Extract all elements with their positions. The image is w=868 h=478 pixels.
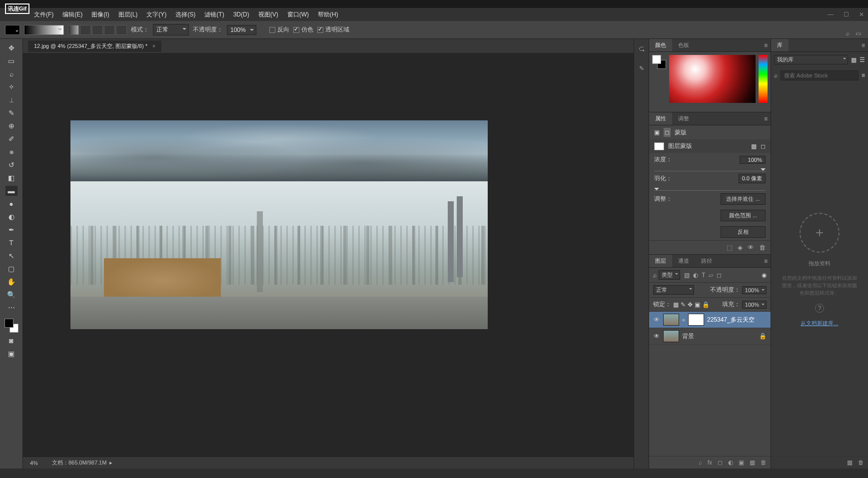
- menu-filter[interactable]: 滤镜(T): [200, 8, 228, 21]
- load-selection-icon[interactable]: ⬚: [727, 244, 733, 251]
- minimize-button[interactable]: —: [828, 11, 834, 18]
- library-select[interactable]: 我的库: [774, 55, 848, 64]
- lib-delete-icon[interactable]: 🗑: [858, 459, 864, 466]
- type-tool[interactable]: T: [5, 238, 17, 248]
- canvas[interactable]: [70, 120, 488, 329]
- search-menu-icon[interactable]: ≡: [862, 72, 865, 79]
- filter-adjust-icon[interactable]: ◐: [693, 272, 698, 279]
- layer-thumb[interactable]: [663, 330, 679, 342]
- shape-tool[interactable]: ▢: [5, 264, 17, 274]
- history-brush-tool[interactable]: ↺: [5, 160, 17, 170]
- reverse-check[interactable]: 反向: [269, 25, 289, 34]
- select-mask-icon[interactable]: ▦: [751, 143, 757, 150]
- menu-edit[interactable]: 编辑(E): [58, 8, 86, 21]
- hand-tool[interactable]: ✋: [5, 277, 17, 287]
- layer-row-sky[interactable]: 👁 ⎆ 225347_多云天空: [649, 312, 771, 328]
- dodge-tool[interactable]: ◐: [5, 212, 17, 222]
- path-select-tool[interactable]: ↖: [5, 251, 17, 261]
- visibility-icon[interactable]: 👁: [653, 316, 660, 323]
- mask-thumb[interactable]: [654, 142, 664, 150]
- lock-pos-icon[interactable]: ✥: [688, 301, 693, 308]
- layer-name[interactable]: 背景: [682, 332, 694, 341]
- apply-mask-icon[interactable]: ◈: [738, 244, 743, 251]
- marquee-tool[interactable]: ▭: [5, 56, 17, 66]
- menu-layer[interactable]: 图层(L): [114, 8, 142, 21]
- delete-layer-icon[interactable]: 🗑: [761, 459, 767, 466]
- lock-all-icon[interactable]: 🔒: [702, 301, 710, 308]
- density-slider[interactable]: [654, 166, 766, 171]
- drop-zone[interactable]: +: [800, 213, 840, 253]
- lock-trans-icon[interactable]: ▦: [673, 301, 679, 308]
- group-icon[interactable]: ▣: [739, 459, 744, 466]
- mode-dropdown[interactable]: 正常: [153, 24, 189, 35]
- lib-add-icon[interactable]: ▦: [847, 459, 853, 466]
- help-icon[interactable]: ?: [815, 304, 824, 313]
- blend-mode-dropdown[interactable]: 正常: [653, 285, 694, 295]
- menu-type[interactable]: 文字(Y): [142, 8, 170, 21]
- prop-menu-icon[interactable]: ≡: [764, 115, 768, 122]
- adjustment-layer-icon[interactable]: ◐: [728, 459, 733, 466]
- zoom-tool[interactable]: 🔍: [5, 290, 17, 300]
- quick-mask-toggle[interactable]: ◙: [5, 336, 17, 346]
- new-layer-icon[interactable]: ▦: [750, 459, 755, 466]
- blur-tool[interactable]: ●: [5, 199, 17, 209]
- layer-thumb[interactable]: [663, 314, 679, 326]
- maximize-button[interactable]: ☐: [844, 11, 849, 18]
- filter-type-dropdown[interactable]: 类型: [659, 270, 680, 280]
- tab-close-icon[interactable]: ×: [152, 43, 155, 49]
- feather-value[interactable]: 0.0 像素: [739, 174, 766, 183]
- gradient-angle[interactable]: [92, 25, 103, 35]
- color-fgbg[interactable]: [652, 55, 666, 69]
- gradient-diamond[interactable]: [116, 25, 127, 35]
- pen-tool[interactable]: ✒: [5, 225, 17, 235]
- menu-file[interactable]: 文件(F): [30, 8, 57, 21]
- filter-pixel-icon[interactable]: ▧: [684, 272, 690, 279]
- density-value[interactable]: 100%: [740, 156, 766, 164]
- fx-icon[interactable]: fx: [708, 459, 712, 466]
- menu-image[interactable]: 图像(I): [87, 8, 113, 21]
- fill-value[interactable]: 100%: [742, 301, 767, 309]
- menu-window[interactable]: 窗口(W): [283, 8, 313, 21]
- gradient-linear[interactable]: [68, 25, 79, 35]
- layer-row-background[interactable]: 👁 背景 🔒: [649, 328, 771, 345]
- healing-tool[interactable]: ⊕: [5, 121, 17, 131]
- select-and-mask-button[interactable]: 选择并遮住 ...: [721, 193, 766, 205]
- libraries-tab[interactable]: 库: [771, 39, 789, 51]
- panel-menu-icon[interactable]: ≡: [764, 42, 768, 49]
- screen-mode-toggle[interactable]: ▣: [5, 349, 17, 359]
- document-tab[interactable]: 12.jpg @ 4% (225347_多云天空, 图层蒙版/8) * ×: [28, 40, 161, 52]
- hue-slider[interactable]: [759, 55, 768, 103]
- channels-tab[interactable]: 通道: [672, 255, 695, 267]
- gradient-tool[interactable]: ▬: [5, 186, 17, 196]
- color-range-button[interactable]: 颜色范围 ...: [721, 210, 766, 221]
- foreground-background-colors[interactable]: [4, 319, 18, 333]
- stamp-tool[interactable]: ⎈: [5, 147, 17, 157]
- menu-3d[interactable]: 3D(D): [229, 9, 253, 20]
- doc-size[interactable]: 文档：865.0M/987.1M ▸: [52, 459, 113, 467]
- filter-smart-icon[interactable]: ◻: [717, 272, 722, 279]
- tool-preset-picker[interactable]: [5, 25, 20, 35]
- stock-search-input[interactable]: [781, 70, 859, 80]
- lock-paint-icon[interactable]: ✎: [681, 301, 686, 308]
- visibility-icon[interactable]: 👁: [653, 333, 660, 340]
- vector-mask-icon[interactable]: ◻: [664, 128, 671, 137]
- layer-mask-thumb[interactable]: [688, 314, 704, 326]
- filter-toggle[interactable]: ◉: [762, 272, 767, 279]
- layers-tab[interactable]: 图层: [649, 255, 672, 267]
- layer-name[interactable]: 225347_多云天空: [707, 316, 755, 324]
- gradient-picker[interactable]: [24, 25, 64, 35]
- eraser-tool[interactable]: ◧: [5, 173, 17, 183]
- color-field[interactable]: [669, 55, 756, 103]
- close-button[interactable]: ✕: [859, 11, 864, 18]
- layers-menu-icon[interactable]: ≡: [764, 258, 768, 265]
- properties-tab[interactable]: 属性: [649, 112, 672, 125]
- gradient-reflected[interactable]: [104, 25, 115, 35]
- pixel-mask-icon[interactable]: ▣: [654, 129, 660, 136]
- menu-view[interactable]: 视图(V): [254, 8, 282, 21]
- filter-type-icon[interactable]: T: [702, 272, 705, 279]
- lib-grid-icon[interactable]: ▦: [851, 56, 857, 63]
- lock-artboard-icon[interactable]: ▣: [695, 301, 700, 308]
- gradient-radial[interactable]: [80, 25, 91, 35]
- adjustments-tab[interactable]: 调整: [672, 112, 695, 125]
- dither-check[interactable]: 仿色: [293, 25, 313, 34]
